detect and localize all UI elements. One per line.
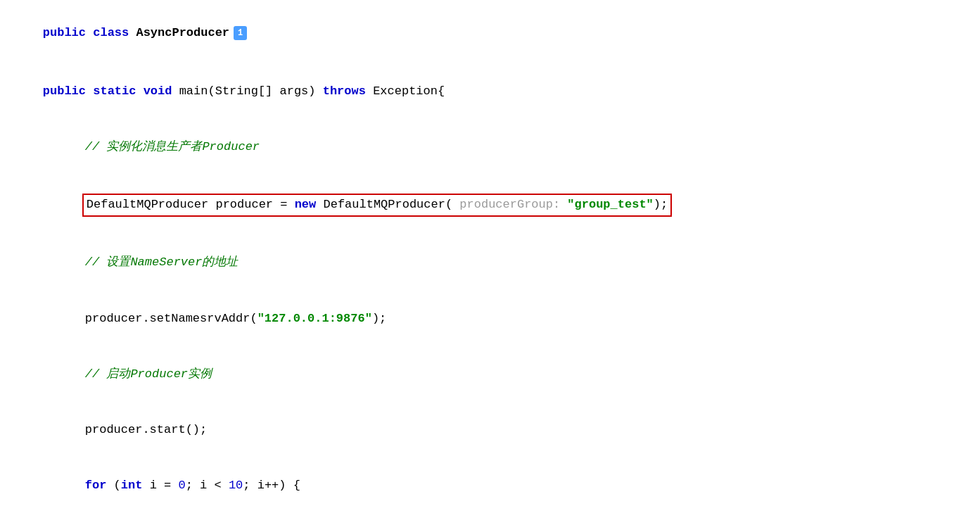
producer-start-line: producer.start(); [14,402,980,457]
producer-init-line: DefaultMQProducer producer = new Default… [14,175,980,235]
for-loop-line: for (int i = 0; i < 10; i++) { [14,457,980,513]
class-name: AsyncProducer [136,26,229,39]
final-int-line: final int index = i; [14,513,980,518]
set-namesrv-line: producer.setNamesrvAddr("127.0.0.1:9876"… [14,291,980,346]
producer-init-box: DefaultMQProducer producer = new Default… [82,194,672,216]
code-container: public class AsyncProducer1 public stati… [0,0,980,518]
comment-nameserver: // 设置NameServer的地址 [14,235,980,291]
comment-start-producer: // 启动Producer实例 [14,346,980,402]
class-declaration-line: public class AsyncProducer1 [14,6,980,64]
class-keyword: public class [43,26,136,39]
main-method-line: public static void main(String[] args) t… [14,64,980,120]
comment-instantiate: // 实例化消息生产者Producer [14,120,980,175]
tab-indicator: 1 [234,26,247,41]
